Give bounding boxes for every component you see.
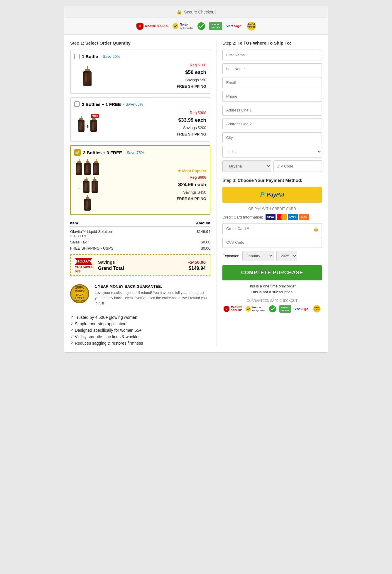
or-divider: OR PAY WITH CREDIT CARD xyxy=(222,207,322,211)
expiry-year-select[interactable]: 2025 2026 2027 2028 2029 2030 xyxy=(276,251,297,261)
money-back-text: 1 YEAR MONEY BACK GUARANTEE: Love your r… xyxy=(95,284,210,306)
secure-header: 🔒 Secure Checkout xyxy=(64,6,328,18)
cvv-input[interactable] xyxy=(222,237,322,248)
feature-list: Trusted by 4,500+ glowing women Simple, … xyxy=(70,314,210,346)
paypal-label: PayPal xyxy=(267,192,284,198)
mcafee-badge: M McAfee SECURE xyxy=(136,22,169,30)
shield-icon: 🔒 xyxy=(176,9,182,15)
order-card-2-body: + FREE Reg $300 xyxy=(74,110,206,138)
today-ribbon: TODAY xyxy=(75,258,92,265)
expiry-month-select[interactable]: January February March April May June Ju… xyxy=(242,251,273,261)
address2-input[interactable] xyxy=(222,118,322,129)
svg-text:Veri: Veri xyxy=(226,24,233,28)
bottle-3e xyxy=(92,177,98,193)
product-img-1 xyxy=(74,66,101,86)
bottom-paypal-badge: PayPalVERIFIED xyxy=(313,305,321,313)
cc-icons: VISA AMEX DISC xyxy=(266,214,309,220)
svg-point-14 xyxy=(246,306,251,311)
last-name-input[interactable] xyxy=(222,63,322,74)
bottle-3b xyxy=(84,159,91,175)
feature-item-1: Simple, one-step application xyxy=(70,321,210,327)
bottle-3c xyxy=(93,159,99,175)
bottle-1 xyxy=(83,66,92,86)
cc-number-wrapper: 🔒 xyxy=(222,223,322,234)
order-card-3[interactable]: 3 Bottles + 3 FREE - Save 75% xyxy=(70,145,210,215)
email-input[interactable] xyxy=(222,77,322,88)
city-input[interactable] xyxy=(222,132,322,143)
norton-label: Nortonby Symantec xyxy=(180,23,193,29)
svg-text:COMODO: COMODO xyxy=(211,23,221,26)
order-card-1-body: Reg $100 $50 each Savings $50 FREE SHIPP… xyxy=(74,62,206,90)
bottom-comodo-badge: COMODOSECURE xyxy=(279,305,291,313)
bottle-2b xyxy=(90,116,97,132)
svg-text:Sign: Sign xyxy=(301,307,308,311)
cc-info-row: Credit Card Information: VISA AMEX DISC xyxy=(222,214,322,220)
money-back-badge: 100% MONEY BACK 1 YEAR GUARANTEE xyxy=(70,284,91,303)
mcafee-label: McAfee SECURE xyxy=(145,24,169,28)
expiry-row: Expiration January February March April … xyxy=(222,251,322,261)
bottle-2a xyxy=(78,116,85,132)
svg-rect-16 xyxy=(279,305,291,313)
complete-purchase-button[interactable]: COMPLETE PURCHASE xyxy=(222,265,322,280)
address1-input[interactable] xyxy=(222,105,322,116)
guaranteed-safe-label: GUARANTEED SAFE CHECKOUT xyxy=(222,299,322,302)
svg-text:SECURE: SECURE xyxy=(281,309,289,311)
right-column: Step 2: Tell Us Where To Ship To: India … xyxy=(216,40,322,346)
savings-line: Savings -$450.06 xyxy=(98,260,206,265)
order-card-2[interactable]: 2 Bottles + 1 FREE - Save 66% + xyxy=(70,97,210,142)
order-card-1-checkbox[interactable] xyxy=(74,54,80,59)
state-zip-row: Haryana Maharashtra Delhi Tamil Nadu Kar… xyxy=(222,160,322,175)
product-img-3: + xyxy=(74,159,101,211)
left-column: Step 1: Select Order Quantity 1 Bottle -… xyxy=(70,40,216,346)
order-pricing-2: Reg $300 $33.99 each Savings $200 FREE S… xyxy=(177,110,206,138)
bottle-3a xyxy=(76,159,82,175)
order-card-2-header: 2 Bottles + 1 FREE - Save 66% xyxy=(74,101,206,107)
money-back-section: 100% MONEY BACK 1 YEAR GUARANTEE 1 YEAR … xyxy=(70,281,210,309)
order-card-1-header: 1 Bottle - Save 50% xyxy=(74,54,206,59)
order-summary: Item Amount Olavita™ Liquid Solution 3 +… xyxy=(70,220,210,251)
most-popular-label: ★ Most Popular xyxy=(177,168,206,174)
feature-item-3: Visibly smooths fine lines & wrinkles xyxy=(70,333,210,340)
order-card-1[interactable]: 1 Bottle - Save 50% xyxy=(70,50,210,94)
order-card-2-checkbox[interactable] xyxy=(74,101,80,107)
svg-text:VERIFIED: VERIFIED xyxy=(314,309,320,310)
order-card-3-header: 3 Bottles + 3 FREE - Save 75% xyxy=(74,149,206,156)
order-pricing-3: ★ Most Popular Reg $600 $24.99 each Savi… xyxy=(177,168,206,202)
svg-text:VERIFIED: VERIFIED xyxy=(247,26,256,28)
country-select[interactable]: India United States United Kingdom Canad… xyxy=(222,146,322,158)
cc-number-input[interactable] xyxy=(222,223,322,234)
feature-item-2: Designed specifically for women 55+ xyxy=(70,327,210,333)
paypal-button[interactable]: P PayPal xyxy=(222,187,322,203)
svg-text:Sign: Sign xyxy=(234,24,241,28)
step3-title: Step 3: Choose Your Payment Method: xyxy=(222,178,322,183)
state-select[interactable]: Haryana Maharashtra Delhi Tamil Nadu Kar… xyxy=(222,160,271,172)
one-time-text: This is a one time only order. This is n… xyxy=(222,283,322,295)
mb-circle: 100% MONEY BACK 1 YEAR GUARANTEE xyxy=(70,284,89,303)
bottom-mcafee-badge: M McAfee®SECURE xyxy=(223,305,242,313)
discover-icon: DISC xyxy=(299,214,309,220)
phone-input[interactable] xyxy=(222,91,322,102)
today-badge: TODAY YOU SAVED $$$ xyxy=(75,258,94,272)
free-tag: FREE xyxy=(91,114,99,118)
savings-text: Savings -$450.06 Grand Total $149.94 xyxy=(98,260,206,271)
zip-input[interactable] xyxy=(273,160,322,172)
summary-row-0: Olavita™ Liquid Solution 3 + 3 FREE $149… xyxy=(70,228,210,239)
svg-text:M: M xyxy=(226,308,227,310)
trust-badges-top: M McAfee SECURE Nortonby Symantec COMODO xyxy=(64,18,328,35)
bottom-badges: M McAfee®SECURE Nortonby Symantec COMODO… xyxy=(222,305,322,313)
summary-row-2: FREE SHIPPING - USPS $0.00 xyxy=(70,245,210,251)
dollar-signs: $$$ xyxy=(75,269,80,273)
summary-row-1: Sales Tax : $0.00 xyxy=(70,239,210,245)
bottom-norton-badge: Nortonby Symantec xyxy=(245,305,266,313)
verisign-badge: Veri Sign xyxy=(226,23,243,29)
bottle-3d xyxy=(83,177,89,193)
feature-item-4: Reduces sagging & restores firmness xyxy=(70,340,210,346)
bottle-3f xyxy=(84,195,91,211)
first-name-input[interactable] xyxy=(222,50,322,60)
svg-point-1 xyxy=(173,23,178,29)
svg-text:COMODO: COMODO xyxy=(281,307,289,308)
total-line: Grand Total $149.94 xyxy=(98,266,206,271)
secure-checkout-label: Secure Checkout xyxy=(184,10,215,14)
step2-title: Step 2: Tell Us Where To Ship To: xyxy=(222,40,322,45)
feature-item-0: Trusted by 4,500+ glowing women xyxy=(70,314,210,321)
